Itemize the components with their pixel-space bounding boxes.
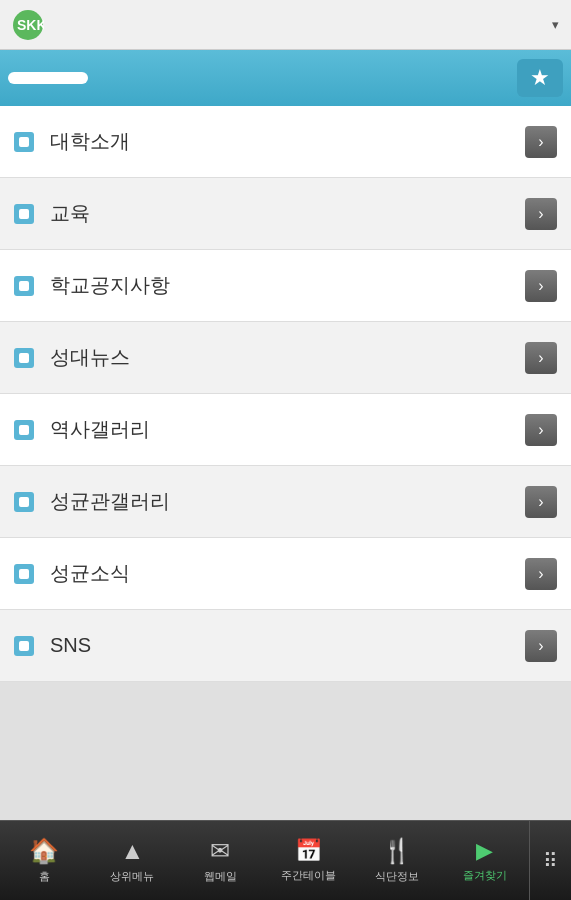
menu-item-item-2[interactable]: 교육 ›: [0, 178, 571, 250]
nav-topmenu-icon: ▲: [120, 837, 144, 865]
nav-favorites[interactable]: ▶ 즐겨찾기: [441, 821, 529, 900]
nav-cafeteria-icon: 🍴: [382, 837, 412, 865]
nav-webmail-label: 웹메일: [204, 869, 237, 884]
menu-item-item-1[interactable]: 대학소개 ›: [0, 106, 571, 178]
menu-item-label: 성대뉴스: [50, 344, 525, 371]
star-icon: ★: [530, 65, 550, 91]
nav-cafeteria[interactable]: 🍴 식단정보: [353, 821, 441, 900]
menu-item-item-7[interactable]: 성균소식 ›: [0, 538, 571, 610]
menu-item-icon: [14, 420, 34, 440]
chevron-right-icon: ›: [525, 126, 557, 158]
nav-favorites-icon: ▶: [476, 838, 493, 864]
menu-item-icon-inner: [19, 281, 29, 291]
menu-item-icon: [14, 348, 34, 368]
header: ★: [0, 50, 571, 106]
menu-item-icon-inner: [19, 569, 29, 579]
nav-webmail-icon: ✉: [210, 837, 230, 865]
menu-item-icon-inner: [19, 353, 29, 363]
menu-item-item-4[interactable]: 성대뉴스 ›: [0, 322, 571, 394]
menu-item-label: 교육: [50, 200, 525, 227]
nav-grid[interactable]: ⠿: [529, 821, 571, 900]
nav-timetable-label: 주간테이블: [281, 868, 336, 883]
menu-item-icon-inner: [19, 137, 29, 147]
logo-icon: SKK: [12, 9, 44, 41]
menu-item-label: 대학소개: [50, 128, 525, 155]
menu-expand-button[interactable]: ▾: [548, 17, 559, 32]
menu-item-item-8[interactable]: SNS ›: [0, 610, 571, 682]
menu-item-label: 성균소식: [50, 560, 525, 587]
chevron-right-icon: ›: [525, 486, 557, 518]
top-bar: SKK ▾: [0, 0, 571, 50]
nav-home-icon: 🏠: [29, 837, 59, 865]
menu-item-label: 학교공지사항: [50, 272, 525, 299]
menu-item-label: SNS: [50, 634, 525, 657]
menu-item-icon: [14, 132, 34, 152]
menu-item-icon: [14, 276, 34, 296]
nav-home-label: 홈: [39, 869, 50, 884]
logo-area: SKK: [12, 9, 50, 41]
menu-item-label: 성균관갤러리: [50, 488, 525, 515]
star-button[interactable]: ★: [517, 59, 563, 97]
back-button[interactable]: [8, 72, 88, 84]
nav-topmenu[interactable]: ▲ 상위메뉴: [88, 821, 176, 900]
chevron-right-icon: ›: [525, 270, 557, 302]
menu-item-icon: [14, 492, 34, 512]
menu-list: 대학소개 › 교육 › 학교공지사항 › 성대뉴스 › 역사갤러리: [0, 106, 571, 682]
chevron-right-icon: ›: [525, 558, 557, 590]
menu-item-item-5[interactable]: 역사갤러리 ›: [0, 394, 571, 466]
nav-webmail[interactable]: ✉ 웹메일: [176, 821, 264, 900]
nav-home[interactable]: 🏠 홈: [0, 821, 88, 900]
nav-timetable-icon: 📅: [295, 838, 322, 864]
nav-favorites-label: 즐겨찾기: [463, 868, 507, 883]
chevron-right-icon: ›: [525, 414, 557, 446]
chevron-right-icon: ›: [525, 342, 557, 374]
main-content: 대학소개 › 교육 › 학교공지사항 › 성대뉴스 › 역사갤러리: [0, 106, 571, 820]
nav-topmenu-label: 상위메뉴: [110, 869, 154, 884]
menu-item-icon: [14, 204, 34, 224]
menu-item-icon-inner: [19, 497, 29, 507]
chevron-right-icon: ›: [525, 630, 557, 662]
chevron-right-icon: ›: [525, 198, 557, 230]
svg-text:SKK: SKK: [17, 17, 44, 33]
bottom-nav: 🏠 홈 ▲ 상위메뉴 ✉ 웹메일 📅 주간테이블 🍴 식단정보 ▶ 즐겨찾기 ⠿: [0, 820, 571, 900]
menu-item-item-6[interactable]: 성균관갤러리 ›: [0, 466, 571, 538]
menu-item-icon: [14, 564, 34, 584]
grid-icon: ⠿: [543, 849, 558, 873]
chevron-down-icon: ▾: [552, 17, 559, 32]
nav-timetable[interactable]: 📅 주간테이블: [265, 821, 353, 900]
menu-item-icon: [14, 636, 34, 656]
menu-item-icon-inner: [19, 425, 29, 435]
menu-item-label: 역사갤러리: [50, 416, 525, 443]
menu-item-icon-inner: [19, 209, 29, 219]
menu-item-item-3[interactable]: 학교공지사항 ›: [0, 250, 571, 322]
menu-item-icon-inner: [19, 641, 29, 651]
nav-cafeteria-label: 식단정보: [375, 869, 419, 884]
